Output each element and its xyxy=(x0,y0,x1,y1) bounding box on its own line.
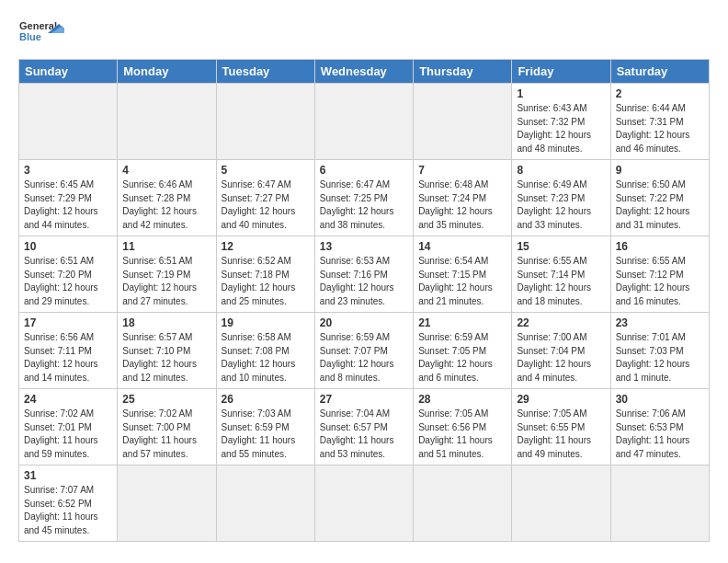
calendar-cell: 13Sunrise: 6:53 AM Sunset: 7:16 PM Dayli… xyxy=(314,236,413,313)
day-number: 31 xyxy=(24,469,112,482)
day-number: 14 xyxy=(418,240,506,253)
day-info: Sunrise: 7:04 AM Sunset: 6:57 PM Dayligh… xyxy=(320,408,408,461)
svg-text:General: General xyxy=(19,20,57,31)
day-number: 20 xyxy=(320,316,408,329)
day-info: Sunrise: 7:00 AM Sunset: 7:04 PM Dayligh… xyxy=(517,331,605,385)
calendar-cell: 18Sunrise: 6:57 AM Sunset: 7:10 PM Dayli… xyxy=(118,313,216,389)
calendar-week-row: 10Sunrise: 6:51 AM Sunset: 7:20 PM Dayli… xyxy=(19,236,710,313)
day-number: 29 xyxy=(517,393,605,406)
calendar-cell xyxy=(512,465,610,542)
day-info: Sunrise: 6:46 AM Sunset: 7:28 PM Dayligh… xyxy=(122,178,210,232)
calendar-cell: 2Sunrise: 6:44 AM Sunset: 7:31 PM Daylig… xyxy=(610,84,709,160)
day-info: Sunrise: 6:55 AM Sunset: 7:14 PM Dayligh… xyxy=(517,255,605,308)
calendar-cell: 12Sunrise: 6:52 AM Sunset: 7:18 PM Dayli… xyxy=(216,236,314,313)
weekday-header-wednesday: Wednesday xyxy=(314,60,413,84)
day-info: Sunrise: 6:55 AM Sunset: 7:12 PM Dayligh… xyxy=(616,255,704,308)
calendar-week-row: 31Sunrise: 7:07 AM Sunset: 6:52 PM Dayli… xyxy=(19,465,710,542)
day-info: Sunrise: 6:50 AM Sunset: 7:22 PM Dayligh… xyxy=(616,178,704,232)
day-info: Sunrise: 7:02 AM Sunset: 7:00 PM Dayligh… xyxy=(122,408,210,461)
day-info: Sunrise: 6:56 AM Sunset: 7:11 PM Dayligh… xyxy=(24,331,112,385)
day-number: 10 xyxy=(24,240,112,253)
calendar-cell: 5Sunrise: 6:47 AM Sunset: 7:27 PM Daylig… xyxy=(216,160,314,236)
calendar-cell: 9Sunrise: 6:50 AM Sunset: 7:22 PM Daylig… xyxy=(610,160,709,236)
day-info: Sunrise: 7:05 AM Sunset: 6:56 PM Dayligh… xyxy=(418,408,506,461)
weekday-header-saturday: Saturday xyxy=(610,60,709,84)
day-number: 5 xyxy=(222,164,310,177)
day-info: Sunrise: 7:05 AM Sunset: 6:55 PM Dayligh… xyxy=(517,408,605,461)
day-number: 9 xyxy=(616,164,704,177)
calendar-week-row: 17Sunrise: 6:56 AM Sunset: 7:11 PM Dayli… xyxy=(19,313,710,389)
calendar-cell: 27Sunrise: 7:04 AM Sunset: 6:57 PM Dayli… xyxy=(314,389,413,465)
day-number: 6 xyxy=(320,164,408,177)
day-number: 15 xyxy=(517,240,605,253)
day-number: 2 xyxy=(616,87,704,100)
calendar-cell: 17Sunrise: 6:56 AM Sunset: 7:11 PM Dayli… xyxy=(19,313,118,389)
calendar-cell: 8Sunrise: 6:49 AM Sunset: 7:23 PM Daylig… xyxy=(512,160,610,236)
day-info: Sunrise: 7:07 AM Sunset: 6:52 PM Dayligh… xyxy=(24,484,112,537)
day-number: 28 xyxy=(418,393,506,406)
day-number: 27 xyxy=(320,393,408,406)
calendar-cell xyxy=(414,465,512,542)
day-info: Sunrise: 6:58 AM Sunset: 7:08 PM Dayligh… xyxy=(222,331,310,385)
day-number: 18 xyxy=(122,316,210,329)
calendar-cell xyxy=(118,465,216,542)
day-info: Sunrise: 6:51 AM Sunset: 7:19 PM Dayligh… xyxy=(122,255,210,308)
calendar-cell: 3Sunrise: 6:45 AM Sunset: 7:29 PM Daylig… xyxy=(19,160,118,236)
day-info: Sunrise: 6:45 AM Sunset: 7:29 PM Dayligh… xyxy=(24,178,112,232)
calendar-cell: 28Sunrise: 7:05 AM Sunset: 6:56 PM Dayli… xyxy=(414,389,512,465)
calendar-cell: 6Sunrise: 6:47 AM Sunset: 7:25 PM Daylig… xyxy=(314,160,413,236)
day-number: 17 xyxy=(24,316,112,329)
day-info: Sunrise: 7:03 AM Sunset: 6:59 PM Dayligh… xyxy=(222,408,310,461)
day-info: Sunrise: 7:02 AM Sunset: 7:01 PM Dayligh… xyxy=(24,408,112,461)
weekday-header-thursday: Thursday xyxy=(414,60,512,84)
day-info: Sunrise: 7:06 AM Sunset: 6:53 PM Dayligh… xyxy=(616,408,704,461)
day-info: Sunrise: 6:47 AM Sunset: 7:27 PM Dayligh… xyxy=(222,178,310,232)
weekday-header-monday: Monday xyxy=(118,60,216,84)
day-number: 13 xyxy=(320,240,408,253)
calendar-cell: 4Sunrise: 6:46 AM Sunset: 7:28 PM Daylig… xyxy=(118,160,216,236)
header: General Blue xyxy=(18,15,710,53)
calendar-week-row: 1Sunrise: 6:43 AM Sunset: 7:32 PM Daylig… xyxy=(19,84,710,160)
calendar-cell: 20Sunrise: 6:59 AM Sunset: 7:07 PM Dayli… xyxy=(314,313,413,389)
calendar-cell xyxy=(19,84,118,160)
calendar-table: SundayMondayTuesdayWednesdayThursdayFrid… xyxy=(18,59,710,542)
calendar-cell xyxy=(610,465,709,542)
day-number: 21 xyxy=(418,316,506,329)
logo-svg: General Blue xyxy=(18,15,64,53)
day-number: 3 xyxy=(24,164,112,177)
day-number: 23 xyxy=(616,316,704,329)
calendar-cell: 14Sunrise: 6:54 AM Sunset: 7:15 PM Dayli… xyxy=(414,236,512,313)
day-number: 22 xyxy=(517,316,605,329)
day-number: 12 xyxy=(222,240,310,253)
calendar-cell: 29Sunrise: 7:05 AM Sunset: 6:55 PM Dayli… xyxy=(512,389,610,465)
day-number: 24 xyxy=(24,393,112,406)
day-number: 16 xyxy=(616,240,704,253)
day-info: Sunrise: 6:48 AM Sunset: 7:24 PM Dayligh… xyxy=(418,178,506,232)
calendar-cell xyxy=(414,84,512,160)
calendar-cell: 15Sunrise: 6:55 AM Sunset: 7:14 PM Dayli… xyxy=(512,236,610,313)
calendar-week-row: 3Sunrise: 6:45 AM Sunset: 7:29 PM Daylig… xyxy=(19,160,710,236)
calendar-cell: 21Sunrise: 6:59 AM Sunset: 7:05 PM Dayli… xyxy=(414,313,512,389)
calendar-cell xyxy=(314,84,413,160)
day-number: 19 xyxy=(222,316,310,329)
calendar-cell: 22Sunrise: 7:00 AM Sunset: 7:04 PM Dayli… xyxy=(512,313,610,389)
day-info: Sunrise: 6:54 AM Sunset: 7:15 PM Dayligh… xyxy=(418,255,506,308)
logo: General Blue xyxy=(18,15,64,53)
calendar-cell: 26Sunrise: 7:03 AM Sunset: 6:59 PM Dayli… xyxy=(216,389,314,465)
day-info: Sunrise: 6:43 AM Sunset: 7:32 PM Dayligh… xyxy=(517,102,605,155)
calendar-cell: 23Sunrise: 7:01 AM Sunset: 7:03 PM Dayli… xyxy=(610,313,709,389)
day-info: Sunrise: 6:44 AM Sunset: 7:31 PM Dayligh… xyxy=(616,102,704,155)
calendar-cell: 10Sunrise: 6:51 AM Sunset: 7:20 PM Dayli… xyxy=(19,236,118,313)
calendar-week-row: 24Sunrise: 7:02 AM Sunset: 7:01 PM Dayli… xyxy=(19,389,710,465)
day-info: Sunrise: 6:51 AM Sunset: 7:20 PM Dayligh… xyxy=(24,255,112,308)
calendar-cell: 11Sunrise: 6:51 AM Sunset: 7:19 PM Dayli… xyxy=(118,236,216,313)
weekday-header-tuesday: Tuesday xyxy=(216,60,314,84)
calendar-cell xyxy=(216,465,314,542)
weekday-header-friday: Friday xyxy=(512,60,610,84)
day-number: 7 xyxy=(418,164,506,177)
day-info: Sunrise: 6:59 AM Sunset: 7:07 PM Dayligh… xyxy=(320,331,408,385)
day-info: Sunrise: 6:52 AM Sunset: 7:18 PM Dayligh… xyxy=(222,255,310,308)
day-info: Sunrise: 6:49 AM Sunset: 7:23 PM Dayligh… xyxy=(517,178,605,232)
calendar-cell: 19Sunrise: 6:58 AM Sunset: 7:08 PM Dayli… xyxy=(216,313,314,389)
weekday-header-sunday: Sunday xyxy=(19,60,118,84)
